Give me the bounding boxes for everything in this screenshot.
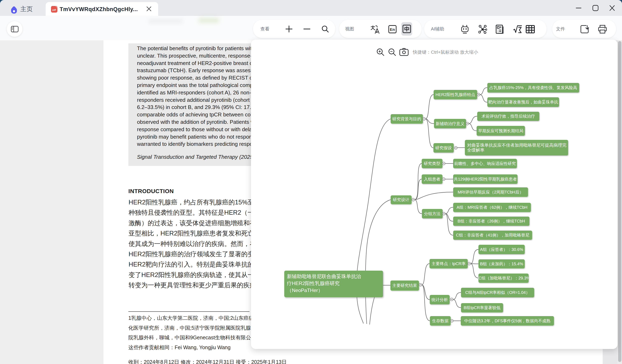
svg-text:En: En [390, 27, 395, 32]
svg-text:pdf: pdf [52, 9, 56, 11]
